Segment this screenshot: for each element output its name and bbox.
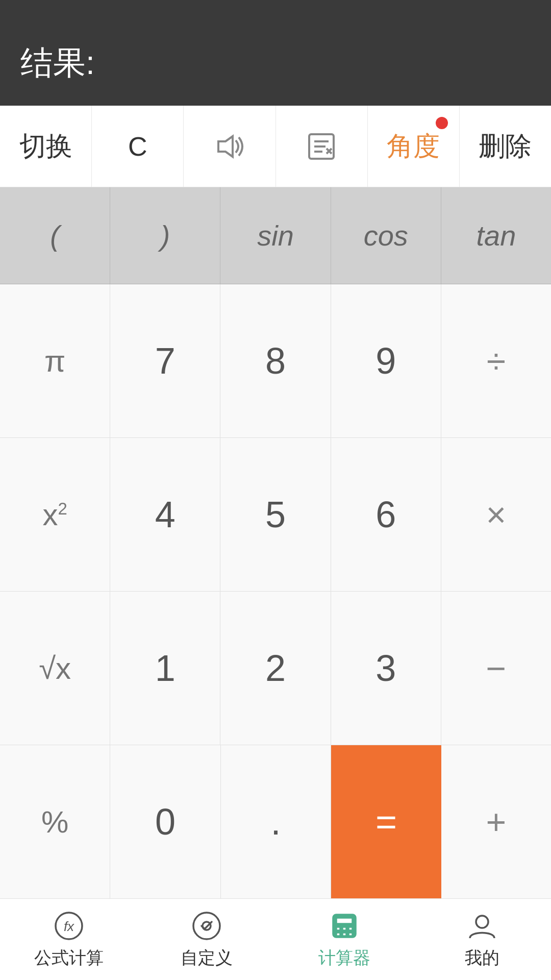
sub-label: − <box>486 648 507 688</box>
mul-button[interactable]: × <box>441 438 551 591</box>
nav-formula-calc-label: 公式计算 <box>34 946 104 970</box>
sqrt-label: √x <box>39 651 71 686</box>
nav-calculator[interactable]: 计算器 <box>276 899 413 980</box>
sub-button[interactable]: − <box>441 592 551 745</box>
custom-icon <box>190 910 223 942</box>
0-button[interactable]: 0 <box>110 745 220 898</box>
rparen-label: ) <box>160 219 170 252</box>
xsq-button[interactable]: x2 <box>0 438 110 591</box>
2-label: 2 <box>265 647 286 689</box>
nav-mine[interactable]: 我的 <box>413 899 551 980</box>
div-label: ÷ <box>487 341 506 381</box>
result-label: 结果: <box>20 41 95 85</box>
status-bar <box>0 0 551 31</box>
result-area: 结果: <box>0 31 551 106</box>
dot-button[interactable]: . <box>221 745 331 898</box>
bottom-nav: fx 公式计算 自定义 计算器 <box>0 898 551 980</box>
8-label: 8 <box>265 340 286 382</box>
lparen-button[interactable]: ( <box>0 187 110 284</box>
lparen-label: ( <box>50 219 60 252</box>
clear-button[interactable]: C <box>92 106 184 187</box>
tan-button[interactable]: tan <box>441 187 551 284</box>
1-label: 1 <box>155 647 176 689</box>
switch-label: 切换 <box>19 129 72 164</box>
clear-label: C <box>128 131 147 162</box>
4-button[interactable]: 4 <box>110 438 220 591</box>
tan-label: tan <box>476 219 516 252</box>
7-button[interactable]: 7 <box>110 284 220 437</box>
4-label: 4 <box>155 494 176 535</box>
svg-rect-10 <box>336 918 353 924</box>
sound-icon <box>213 130 246 163</box>
8-button[interactable]: 8 <box>220 284 331 437</box>
5-label: 5 <box>265 494 286 535</box>
svg-rect-13 <box>348 927 353 930</box>
0-label: 0 <box>155 801 176 843</box>
div-button[interactable]: ÷ <box>441 284 551 437</box>
pi-button[interactable]: π <box>0 284 110 437</box>
delete-button[interactable]: 删除 <box>460 106 551 187</box>
toolbar: 切换 C 角度 删除 <box>0 106 551 187</box>
formula-calc-icon: fx <box>53 910 85 942</box>
pct-button[interactable]: % <box>0 745 110 898</box>
eq-label: = <box>375 801 397 843</box>
nav-custom[interactable]: 自定义 <box>138 899 276 980</box>
add-button[interactable]: + <box>441 745 551 898</box>
delete-label: 删除 <box>479 129 532 164</box>
mul-label: × <box>486 495 507 534</box>
xsq-label: x2 <box>42 497 67 532</box>
9-button[interactable]: 9 <box>331 284 441 437</box>
3-button[interactable]: 3 <box>331 592 441 745</box>
svg-rect-12 <box>342 927 346 930</box>
rparen-button[interactable]: ) <box>110 187 220 284</box>
add-label: + <box>486 802 506 842</box>
2-button[interactable]: 2 <box>220 592 331 745</box>
3-label: 3 <box>375 647 396 689</box>
cos-label: cos <box>364 219 408 252</box>
6-button[interactable]: 6 <box>331 438 441 591</box>
pct-label: % <box>41 804 68 840</box>
sin-button[interactable]: sin <box>220 187 331 284</box>
num-row-1: π 7 8 9 ÷ <box>0 284 551 438</box>
svg-point-17 <box>476 916 488 928</box>
sound-button[interactable] <box>184 106 276 187</box>
nav-formula-calc[interactable]: fx 公式计算 <box>0 899 138 980</box>
calculator-icon <box>328 910 361 942</box>
1-button[interactable]: 1 <box>110 592 220 745</box>
dot-label: . <box>271 801 281 843</box>
7-label: 7 <box>155 340 176 382</box>
svg-rect-14 <box>336 933 340 936</box>
sin-label: sin <box>257 219 294 252</box>
6-label: 6 <box>375 494 396 535</box>
angle-dot <box>436 117 448 129</box>
nav-calculator-label: 计算器 <box>318 946 370 970</box>
numpad: π 7 8 9 ÷ x2 4 5 6 × <box>0 284 551 898</box>
svg-rect-11 <box>336 927 340 930</box>
svg-rect-16 <box>348 933 353 936</box>
eq-button[interactable]: = <box>331 745 441 898</box>
angle-button[interactable]: 角度 <box>368 106 460 187</box>
5-button[interactable]: 5 <box>220 438 331 591</box>
num-row-4: % 0 . = + <box>0 745 551 898</box>
angle-label: 角度 <box>387 129 440 164</box>
sci-row: ( ) sin cos tan <box>0 187 551 284</box>
9-label: 9 <box>375 340 396 382</box>
pi-label: π <box>44 344 65 379</box>
nav-custom-label: 自定义 <box>181 946 233 970</box>
svg-rect-15 <box>342 933 346 936</box>
formula-button[interactable] <box>276 106 368 187</box>
num-row-3: √x 1 2 3 − <box>0 592 551 745</box>
formula-icon <box>305 130 338 163</box>
sqrt-button[interactable]: √x <box>0 592 110 745</box>
svg-marker-0 <box>218 136 233 157</box>
svg-text:fx: fx <box>64 919 74 934</box>
num-row-2: x2 4 5 6 × <box>0 438 551 592</box>
nav-mine-label: 我的 <box>465 946 499 970</box>
mine-icon <box>466 910 498 942</box>
cos-button[interactable]: cos <box>331 187 441 284</box>
switch-button[interactable]: 切换 <box>0 106 92 187</box>
